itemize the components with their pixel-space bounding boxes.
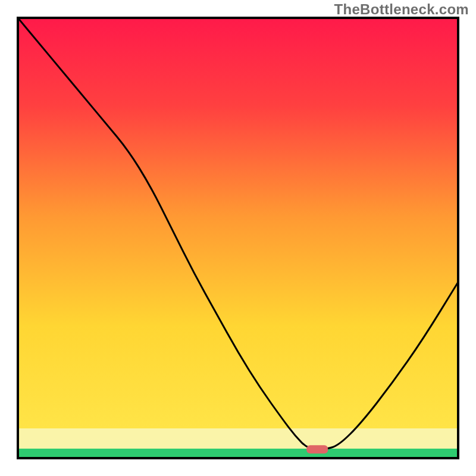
plot-area (18, 18, 458, 458)
chart-container: TheBottleneck.com (0, 0, 476, 476)
svg-rect-3 (18, 449, 458, 458)
svg-rect-2 (18, 428, 458, 449)
watermark-text: TheBottleneck.com (334, 1, 469, 18)
chart-svg (0, 0, 476, 476)
optimal-marker (306, 445, 328, 453)
svg-rect-1 (18, 18, 458, 458)
